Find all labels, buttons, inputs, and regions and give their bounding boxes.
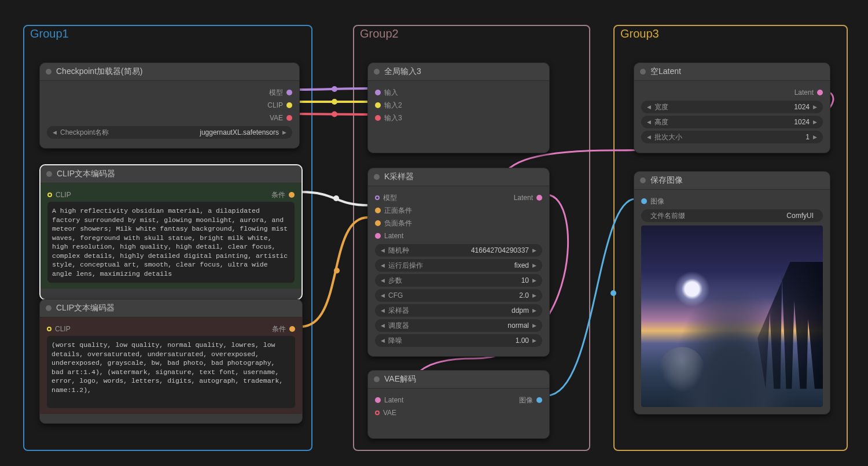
arrow-left-icon[interactable]: ◀ xyxy=(380,278,386,283)
input2-label: 输入2 xyxy=(384,101,402,110)
arrow-right-icon[interactable]: ▶ xyxy=(812,119,818,125)
arrow-left-icon[interactable]: ◀ xyxy=(646,119,652,125)
node-title: K采样器 xyxy=(384,172,414,182)
port-model-in[interactable] xyxy=(375,195,380,200)
group-title[interactable]: Group2 xyxy=(360,27,399,40)
positive-prompt-textarea[interactable]: A high reflectivity obsidian material, a… xyxy=(47,202,295,283)
port-model-out[interactable] xyxy=(286,90,292,95)
arrow-left-icon[interactable]: ◀ xyxy=(380,308,386,313)
port-vae-in[interactable] xyxy=(375,410,380,415)
clip-negative-node[interactable]: CLIP文本编码器 CLIP 条件 (worst quality, low qu… xyxy=(39,299,303,424)
node-header[interactable]: 保存图像 xyxy=(634,172,830,190)
vae-decode-node[interactable]: VAE解码 Latent 图像 VAE xyxy=(367,370,550,439)
node-header[interactable]: CLIP文本编码器 xyxy=(40,299,302,317)
ksampler-param-6[interactable]: ◀降噪1.00▶ xyxy=(375,334,542,347)
port-clip-in[interactable] xyxy=(47,193,52,197)
arrow-left-icon[interactable]: ◀ xyxy=(380,293,386,298)
widget-value: 2.0 xyxy=(519,291,531,299)
widget-value: 1024 xyxy=(794,118,812,126)
group-title[interactable]: Group1 xyxy=(30,27,69,40)
port-latent-out[interactable] xyxy=(536,195,542,201)
arrow-right-icon[interactable]: ▶ xyxy=(531,278,538,283)
collapse-icon[interactable] xyxy=(640,177,646,183)
checkpoint-name-widget[interactable]: ◀ Checkpoint名称 juggernautXL.safetensors … xyxy=(47,126,292,139)
ksampler-param-3[interactable]: ◀CFG2.0▶ xyxy=(375,289,542,302)
negative-prompt-textarea[interactable]: (worst quality, low quality, normal qual… xyxy=(47,336,295,408)
global-input-node[interactable]: 全局输入3 输入 输入2 输入3 xyxy=(367,62,550,153)
arrow-left-icon[interactable]: ◀ xyxy=(380,323,386,328)
arrow-left-icon[interactable]: ◀ xyxy=(380,338,386,343)
node-header[interactable]: Checkpoint加载器(简易) xyxy=(40,63,299,81)
latent-param-0[interactable]: ◀宽度1024▶ xyxy=(641,101,823,113)
input1-label: 输入 xyxy=(384,88,398,98)
port-cond-out[interactable] xyxy=(289,326,295,332)
widget-label: CFG xyxy=(386,291,403,299)
widget-value: juggernautXL.safetensors xyxy=(200,128,281,136)
port-image-in[interactable] xyxy=(641,198,647,204)
arrow-right-icon[interactable]: ▶ xyxy=(531,262,538,268)
port-in1[interactable] xyxy=(375,90,381,95)
port-in2[interactable] xyxy=(375,102,381,108)
arrow-left-icon[interactable]: ◀ xyxy=(52,130,58,135)
checkpoint-loader-node[interactable]: Checkpoint加载器(简易) 模型 CLIP VAE ◀ Checkpoi… xyxy=(39,62,300,149)
port-vae-out[interactable] xyxy=(286,115,292,121)
latent-param-1[interactable]: ◀高度1024▶ xyxy=(641,116,823,128)
arrow-left-icon[interactable]: ◀ xyxy=(380,247,386,253)
port-latent-in[interactable] xyxy=(375,397,381,403)
port-neg-in[interactable] xyxy=(375,220,381,226)
node-header[interactable]: VAE解码 xyxy=(368,371,549,389)
output-model-label: 模型 xyxy=(269,88,283,98)
port-clip-out[interactable] xyxy=(286,102,292,108)
node-header[interactable]: CLIP文本编码器 xyxy=(41,165,301,183)
node-header[interactable]: 空Latent xyxy=(634,63,830,81)
arrow-right-icon[interactable]: ▶ xyxy=(531,323,538,328)
arrow-right-icon[interactable]: ▶ xyxy=(812,134,818,140)
widget-value: ComfyUI xyxy=(786,212,818,220)
latent-param-2[interactable]: ◀批次大小1▶ xyxy=(641,131,823,143)
widget-label: 调度器 xyxy=(386,321,409,331)
arrow-left-icon[interactable]: ◀ xyxy=(646,134,652,140)
widget-label: 批次大小 xyxy=(652,132,682,142)
node-title: 全局输入3 xyxy=(384,66,421,77)
save-image-node[interactable]: 保存图像 图像 文件名前缀 ComfyUI xyxy=(634,171,830,415)
arrow-right-icon[interactable]: ▶ xyxy=(531,308,538,313)
filename-prefix-widget[interactable]: 文件名前缀 ComfyUI xyxy=(641,209,823,222)
arrow-right-icon[interactable]: ▶ xyxy=(281,130,288,135)
arrow-left-icon[interactable]: ◀ xyxy=(646,104,652,110)
arrow-right-icon[interactable]: ▶ xyxy=(812,104,818,110)
arrow-right-icon[interactable]: ▶ xyxy=(531,293,538,298)
port-cond-out[interactable] xyxy=(289,192,295,198)
empty-latent-node[interactable]: 空Latent Latent ◀宽度1024▶◀高度1024▶◀批次大小1▶ xyxy=(634,62,830,153)
arrow-right-icon[interactable]: ▶ xyxy=(531,247,538,253)
ksampler-node[interactable]: K采样器 模型 Latent 正面条件 负面条件 Latent ◀随机种4166… xyxy=(367,168,550,357)
collapse-icon[interactable] xyxy=(46,69,52,75)
port-clip-in[interactable] xyxy=(47,327,52,331)
output-image-label: 图像 xyxy=(519,395,533,405)
collapse-icon[interactable] xyxy=(374,69,380,75)
clip-positive-node[interactable]: CLIP文本编码器 CLIP 条件 A high reflectivity ob… xyxy=(39,164,303,300)
arrow-left-icon[interactable]: ◀ xyxy=(380,262,386,268)
ksampler-param-0[interactable]: ◀随机种416642704290337▶ xyxy=(375,244,542,257)
ksampler-param-4[interactable]: ◀采样器ddpm▶ xyxy=(375,304,542,317)
input-clip-label: CLIP xyxy=(55,325,71,333)
ksampler-param-2[interactable]: ◀步数10▶ xyxy=(375,274,542,287)
collapse-icon[interactable] xyxy=(640,69,646,75)
collapse-icon[interactable] xyxy=(46,305,52,311)
port-latent-out[interactable] xyxy=(817,90,823,95)
node-header[interactable]: K采样器 xyxy=(368,168,549,186)
output-preview-image[interactable] xyxy=(641,225,823,407)
group-title[interactable]: Group3 xyxy=(620,27,659,40)
collapse-icon[interactable] xyxy=(374,174,380,180)
port-latent-in[interactable] xyxy=(375,233,381,239)
port-in3[interactable] xyxy=(375,115,381,121)
ksampler-param-1[interactable]: ◀运行后操作fixed▶ xyxy=(375,259,542,272)
ksampler-param-5[interactable]: ◀调度器normal▶ xyxy=(375,319,542,332)
port-pos-in[interactable] xyxy=(375,208,381,213)
arrow-right-icon[interactable]: ▶ xyxy=(531,338,538,343)
node-header[interactable]: 全局输入3 xyxy=(368,63,549,81)
collapse-icon[interactable] xyxy=(46,171,52,177)
collapse-icon[interactable] xyxy=(374,376,380,382)
node-title: 空Latent xyxy=(650,66,681,77)
widget-label: 运行后操作 xyxy=(386,261,423,271)
port-image-out[interactable] xyxy=(536,397,542,403)
